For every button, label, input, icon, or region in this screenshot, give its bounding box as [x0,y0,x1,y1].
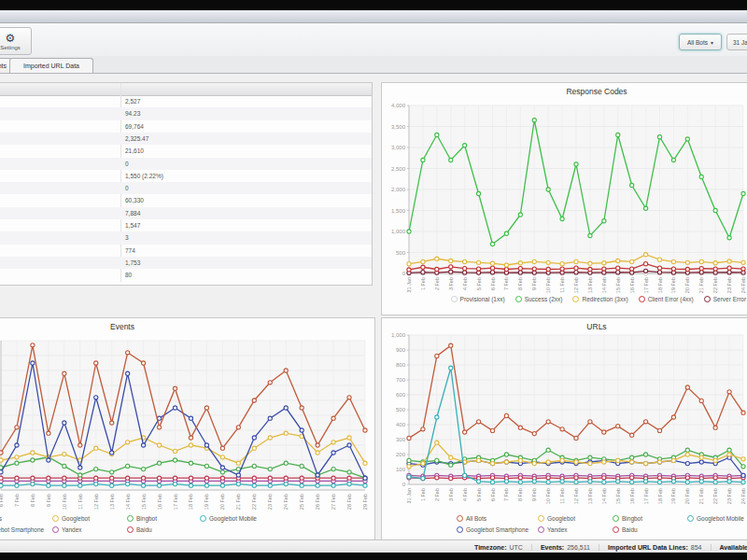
status-item: Events:256,511 [531,544,599,551]
svg-text:3,000: 3,000 [391,145,406,150]
svg-text:5 Feb: 5 Feb [476,488,482,501]
table-cell-value: 1,753 [125,259,140,266]
legend-marker-icon [613,515,619,522]
svg-text:200: 200 [396,452,406,457]
legend-item[interactable]: Client Error (4xx) [639,296,694,302]
svg-text:20 Feb: 20 Feb [219,494,225,510]
legend-item[interactable]: Success (2xx) [515,296,563,302]
svg-text:18 Feb: 18 Feb [188,494,193,510]
table-row: 1,547 [0,219,372,231]
svg-text:15 Feb: 15 Feb [615,488,621,504]
svg-text:21 Feb: 21 Feb [235,494,241,510]
svg-text:7 Feb: 7 Feb [503,277,509,290]
date-range-button[interactable]: 31 Jan [726,34,747,50]
svg-text:10 Feb: 10 Feb [62,494,67,510]
legend-item[interactable]: Server Error (5xx) [704,296,747,302]
legend-item[interactable]: Googlebot Smartphone [0,526,44,533]
svg-text:12 Feb: 12 Feb [573,277,579,293]
legend-item[interactable]: Baidu [127,526,152,533]
legend-label: All Bots [466,515,486,522]
svg-text:700: 700 [396,377,406,383]
svg-text:3,500: 3,500 [391,124,406,130]
table-cell-value: 2,325.47 [125,135,148,142]
table-header [0,83,372,96]
svg-text:2 Feb: 2 Feb [434,277,440,290]
legend-label: Googlebot Smartphone [0,526,44,533]
svg-text:4,000: 4,000 [391,103,406,108]
table-cell-value: 60,330 [125,197,144,203]
legend-item[interactable]: Yandex [538,526,568,533]
legend-label: Googlebot [62,515,90,522]
legend-item[interactable]: Baidu [613,526,638,533]
table-row: 7,884 [0,207,372,219]
legend-label: Redirection (3xx) [582,296,627,302]
response-codes-chart: 05001,0001,5002,0002,5003,0003,5004,0003… [382,96,747,298]
table-row: 774 [0,245,372,257]
table-row: 1,753 [0,257,372,269]
table-row: 80 [0,269,372,281]
legend-item[interactable]: Googlebot [538,515,575,522]
svg-text:12 Feb: 12 Feb [573,488,579,504]
legend-item[interactable]: All Bots [0,515,2,522]
tab-imported-url-data[interactable]: Imported URL Data [9,58,93,73]
response-codes-panel: Response Codes 05001,0001,5002,0002,5003… [381,82,747,315]
svg-text:21 Feb: 21 Feb [698,488,704,504]
legend-item[interactable]: Bingbot [613,515,642,522]
svg-text:31 Jan: 31 Jan [406,277,412,293]
svg-text:1,500: 1,500 [391,208,406,214]
svg-text:6 Feb: 6 Feb [0,494,4,507]
svg-text:4 Feb: 4 Feb [462,488,468,501]
table-cell-value: 3 [125,234,129,241]
events-chart: 6 Feb7 Feb8 Feb9 Feb10 Feb11 Feb12 Feb13… [0,333,373,515]
svg-text:8 Feb: 8 Feb [517,277,523,290]
svg-text:1,000: 1,000 [391,332,406,338]
svg-text:15 Feb: 15 Feb [141,494,147,510]
table-row: 0 [0,158,372,170]
svg-text:2 Feb: 2 Feb [434,488,440,501]
svg-text:13 Feb: 13 Feb [587,277,593,293]
legend-marker-icon [515,296,522,302]
status-item: Timezone:UTC [466,544,531,551]
svg-text:23 Feb: 23 Feb [726,277,732,293]
svg-text:17 Feb: 17 Feb [643,277,649,293]
svg-text:4 Feb: 4 Feb [462,277,468,290]
legend-item[interactable]: Googlebot Smartphone [457,526,529,533]
svg-text:900: 900 [396,347,406,353]
bot-filter-label: All Bots [687,39,708,46]
table-cell-value: 21,610 [125,147,144,154]
urls-chart: 01002003004005006007008009001,00031 Jan1… [382,331,747,516]
svg-text:5 Feb: 5 Feb [476,277,482,290]
legend-item[interactable]: Bingbot [127,515,157,522]
svg-text:23 Feb: 23 Feb [726,488,732,504]
settings-button[interactable]: ⚙ Settings [0,27,32,55]
legend-item[interactable]: Redirection (3xx) [572,296,627,302]
table-cell-value: 0 [125,185,129,191]
svg-text:24 Feb: 24 Feb [283,494,289,510]
settings-button-label: Settings [0,45,21,50]
svg-text:13 Feb: 13 Feb [109,494,115,510]
bot-filter-dropdown[interactable]: All Bots ▾ [679,34,722,50]
events-panel: Events 6 Feb7 Feb8 Feb9 Feb10 Feb11 Feb1… [0,317,375,541]
svg-text:6 Feb: 6 Feb [490,488,496,501]
urls-title: URLs [382,322,747,331]
gear-icon: ⚙ [6,33,16,44]
legend-item[interactable]: Googlebot Mobile [687,515,744,522]
svg-text:400: 400 [396,422,406,427]
legend-item[interactable]: All Bots [457,515,486,522]
legend-item[interactable]: Yandex [52,526,82,533]
legend-item[interactable]: Googlebot Mobile [200,515,257,522]
svg-text:7 Feb: 7 Feb [503,488,509,501]
legend-marker-icon [639,296,645,302]
legend-label: All Bots [0,515,2,522]
svg-text:19 Feb: 19 Feb [204,494,209,510]
legend-item[interactable]: Googlebot [52,515,90,522]
svg-text:24 Feb: 24 Feb [740,488,746,504]
legend-label: Bingbot [622,515,642,522]
svg-text:11 Feb: 11 Feb [559,277,565,293]
urls-panel: URLs 01002003004005006007008009001,00031… [381,317,747,541]
legend-marker-icon [127,515,134,522]
svg-text:22 Feb: 22 Feb [712,277,718,293]
svg-text:24 Feb: 24 Feb [740,277,746,293]
legend-label: Bingbot [136,515,157,522]
legend-item[interactable]: Provisional (1xx) [451,296,505,302]
